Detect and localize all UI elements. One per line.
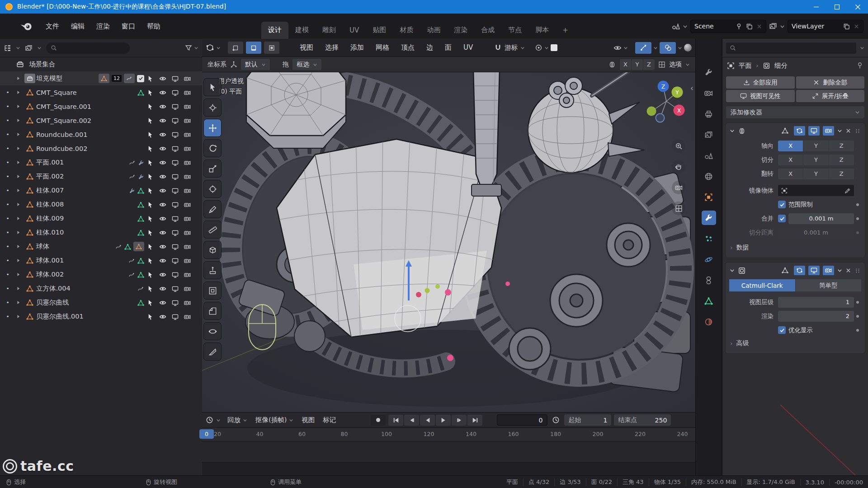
outliner-row[interactable]: •柱体.010: [0, 225, 202, 239]
tool-移动[interactable]: [204, 119, 221, 136]
hide-viewport-toggle[interactable]: [159, 215, 166, 222]
axis-Y-button[interactable]: Y: [803, 141, 828, 151]
properties-tab-material[interactable]: [702, 314, 716, 329]
tool-内插面[interactable]: [204, 282, 221, 299]
disable-viewport-toggle[interactable]: [172, 271, 179, 278]
outliner-row[interactable]: •柱体.008: [0, 197, 202, 211]
timeline-ruler[interactable]: 0 20406080100120140160180200220240: [202, 428, 695, 441]
disable-viewport-toggle[interactable]: [172, 299, 179, 306]
selectable-toggle[interactable]: [147, 229, 154, 236]
disable-render-toggle[interactable]: [184, 187, 191, 194]
disable-render-toggle[interactable]: [184, 145, 191, 152]
hide-viewport-toggle[interactable]: [159, 299, 166, 306]
animate-dot[interactable]: [856, 315, 859, 318]
workspace-tab-脚本[interactable]: 脚本: [528, 22, 556, 39]
disable-viewport-toggle[interactable]: [172, 285, 179, 292]
merge-threshold-field[interactable]: 0.001 m: [788, 213, 854, 224]
pin-icon[interactable]: [736, 23, 742, 30]
expand-toggle[interactable]: [13, 118, 24, 123]
workspace-tab-动画[interactable]: 动画: [420, 22, 447, 39]
visibility-chevron-icon[interactable]: [623, 46, 628, 50]
jump-to-start-button[interactable]: [388, 415, 403, 426]
axis-Y-button[interactable]: Y: [632, 59, 643, 70]
tool-测量[interactable]: [204, 221, 221, 238]
expand-toggle[interactable]: [13, 286, 24, 291]
expand-toggle[interactable]: [13, 104, 24, 109]
view-layer-selector[interactable]: ViewLayer: [788, 20, 863, 33]
action-视图可见性[interactable]: 视图可见性: [726, 90, 795, 102]
outliner-row[interactable]: •平面.002: [0, 169, 202, 183]
action-删除全部[interactable]: 删除全部: [796, 76, 865, 89]
show-in-render-toggle[interactable]: [823, 126, 834, 136]
show-in-viewport-toggle[interactable]: [808, 126, 820, 136]
axis-Z-button[interactable]: Z: [829, 155, 854, 165]
object-name[interactable]: 球体.002: [36, 270, 64, 279]
outliner-row[interactable]: •Roundcube.001: [0, 127, 202, 141]
disable-viewport-toggle[interactable]: [172, 117, 179, 124]
disable-viewport-toggle[interactable]: [172, 173, 179, 180]
object-name[interactable]: 平面.002: [36, 172, 64, 181]
disable-render-toggle[interactable]: [184, 117, 191, 124]
object-name[interactable]: CMT_Square.001: [36, 103, 91, 110]
timeline-channel-area[interactable]: [202, 462, 695, 477]
selectable-toggle[interactable]: [147, 159, 154, 166]
delete-modifier-icon[interactable]: [845, 267, 851, 273]
properties-tab-object[interactable]: [702, 190, 716, 204]
selectable-toggle[interactable]: [147, 313, 154, 320]
options-chevron-icon[interactable]: [685, 63, 690, 66]
mirror-object-field[interactable]: [778, 185, 854, 196]
hide-viewport-toggle[interactable]: [159, 187, 166, 194]
show-overlays-toggle[interactable]: [660, 42, 676, 54]
data-section-toggle[interactable]: › 数据: [726, 241, 865, 254]
eyedropper-icon[interactable]: [844, 188, 851, 194]
animate-dot[interactable]: [856, 203, 859, 206]
auto-keying-button[interactable]: [371, 415, 386, 426]
collection-checkbox[interactable]: [137, 75, 144, 82]
tool-切刀[interactable]: [204, 343, 221, 360]
use-preview-range-icon[interactable]: [552, 416, 560, 424]
outliner-display-mode-icon[interactable]: [4, 44, 11, 52]
tool-变换[interactable]: [204, 180, 221, 197]
selectable-toggle[interactable]: [147, 271, 154, 278]
disable-render-toggle[interactable]: [184, 299, 191, 306]
falloff-chevron-icon[interactable]: [544, 46, 549, 50]
catmull-clark-button[interactable]: Catmull-Clark: [729, 279, 795, 291]
filter-chevron-icon[interactable]: [194, 46, 198, 50]
workspace-tab-贴图[interactable]: 贴图: [366, 22, 393, 39]
axis-X-button[interactable]: X: [778, 155, 803, 165]
expand-toggle[interactable]: [13, 174, 24, 179]
properties-tab-tool[interactable]: [702, 65, 716, 80]
axis-X-button[interactable]: X: [620, 59, 631, 70]
tool-添加立方体[interactable]: [204, 241, 221, 258]
camera-view-button[interactable]: [672, 181, 685, 194]
expand-toggle[interactable]: [13, 90, 24, 95]
tool-游标[interactable]: [204, 99, 221, 116]
timeline-menu-抠像(插帧)[interactable]: 抠像(插帧): [251, 414, 297, 426]
outliner-row[interactable]: •平面.001: [0, 155, 202, 169]
object-name[interactable]: 立方体.004: [36, 284, 71, 293]
selectable-toggle[interactable]: [147, 75, 154, 82]
outliner-row[interactable]: •CMT_Square.001: [0, 99, 202, 113]
axis-Y-button[interactable]: Y: [803, 155, 828, 165]
object-name[interactable]: 贝塞尔曲线.001: [36, 312, 84, 321]
delete-modifier-icon[interactable]: [845, 128, 851, 134]
expand-toggle[interactable]: [13, 76, 24, 81]
object-name[interactable]: 贝塞尔曲线: [36, 298, 69, 307]
display-mode-chevron-icon[interactable]: [16, 46, 20, 50]
outliner-row[interactable]: 坦克模型12: [0, 71, 202, 85]
expand-toggle[interactable]: [13, 300, 24, 305]
viewport-menu-选择[interactable]: 选择: [319, 41, 344, 54]
disable-viewport-toggle[interactable]: [172, 229, 179, 236]
outliner-row[interactable]: •球体: [0, 239, 202, 253]
disable-viewport-toggle[interactable]: [172, 145, 179, 152]
workspace-tab-材质[interactable]: 材质: [393, 22, 420, 39]
selectable-toggle[interactable]: [147, 131, 154, 138]
timeline-menu-标记[interactable]: 标记: [319, 414, 340, 426]
previous-keyframe-button[interactable]: [404, 415, 419, 426]
hide-viewport-toggle[interactable]: [159, 285, 166, 292]
hide-viewport-toggle[interactable]: [159, 271, 166, 278]
disable-viewport-toggle[interactable]: [172, 201, 179, 208]
selectable-toggle[interactable]: [147, 89, 154, 96]
expand-toggle[interactable]: [13, 244, 24, 249]
disable-render-toggle[interactable]: [184, 75, 191, 82]
